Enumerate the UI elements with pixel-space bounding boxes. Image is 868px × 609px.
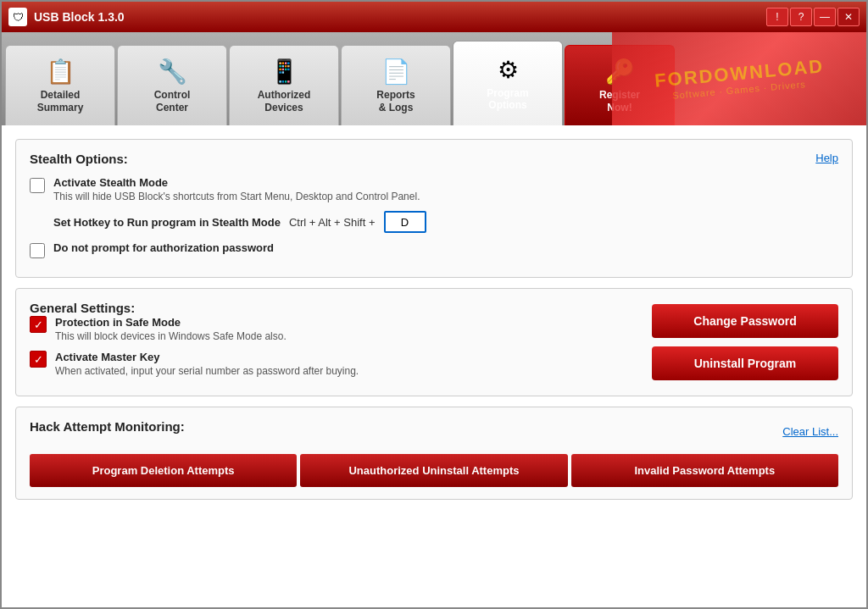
program-deletion-button[interactable]: Program Deletion Attempts bbox=[30, 454, 297, 487]
tab-icon-control-center: 🔧 bbox=[158, 58, 187, 86]
hotkey-input[interactable] bbox=[384, 211, 426, 233]
tab-icon-program-options: ⚙ bbox=[498, 56, 519, 84]
tab-reports-logs[interactable]: 📄 Reports& Logs bbox=[341, 45, 451, 125]
safe-mode-desc: This will block devices in Windows Safe … bbox=[55, 330, 287, 342]
stealth-options-title: Stealth Options: bbox=[30, 152, 128, 166]
close-button[interactable]: ✕ bbox=[837, 8, 860, 26]
no-prompt-checkbox[interactable] bbox=[30, 243, 45, 258]
app-icon: 🛡 bbox=[8, 8, 27, 26]
master-key-row: ✓ Activate Master Key When activated, in… bbox=[30, 351, 635, 377]
activate-stealth-checkbox[interactable] bbox=[30, 178, 45, 193]
activate-stealth-content: Activate Stealth Mode This will hide USB… bbox=[53, 176, 420, 202]
general-right: Change Password Uninstall Program bbox=[652, 301, 838, 384]
main-content: Stealth Options: Help Activate Stealth M… bbox=[2, 125, 866, 607]
tab-label-program-options: ProgramOptions bbox=[487, 87, 528, 112]
general-settings-title: General Settings: bbox=[30, 301, 135, 315]
master-key-desc: When activated, input your serial number… bbox=[55, 365, 359, 377]
title-bar-left: 🛡 USB Block 1.3.0 bbox=[8, 8, 125, 26]
hack-header: Hack Attempt Monitoring: Clear List... bbox=[30, 419, 838, 444]
hack-monitoring-title: Hack Attempt Monitoring: bbox=[30, 419, 185, 434]
no-prompt-content: Do not prompt for authorization password bbox=[53, 241, 274, 254]
app-title: USB Block 1.3.0 bbox=[34, 10, 125, 24]
master-key-label: Activate Master Key bbox=[55, 351, 359, 363]
tab-authorized-devices[interactable]: 📱 AuthorizedDevices bbox=[229, 45, 339, 125]
clear-list-link[interactable]: Clear List... bbox=[782, 425, 838, 438]
master-key-checkbox[interactable]: ✓ bbox=[30, 351, 47, 368]
activate-stealth-desc: This will hide USB Block's shortcuts fro… bbox=[53, 191, 420, 202]
no-prompt-row: Do not prompt for authorization password bbox=[30, 241, 838, 258]
help-link[interactable]: Help bbox=[815, 152, 838, 164]
tab-icon-authorized-devices: 📱 bbox=[270, 58, 299, 86]
activate-stealth-label: Activate Stealth Mode bbox=[53, 176, 420, 189]
alert-button[interactable]: ! bbox=[766, 8, 788, 26]
tab-label-authorized-devices: AuthorizedDevices bbox=[258, 89, 311, 113]
unauthorized-uninstall-button[interactable]: Unauthorized Uninstall Attempts bbox=[300, 454, 567, 487]
safe-mode-row: ✓ Protection in Safe Mode This will bloc… bbox=[30, 316, 635, 342]
safe-mode-checkbox[interactable]: ✓ bbox=[30, 316, 47, 333]
hack-monitoring-panel: Hack Attempt Monitoring: Clear List... P… bbox=[15, 407, 853, 500]
tab-program-options[interactable]: ⚙ ProgramOptions bbox=[453, 41, 563, 125]
window-controls: ! ? — ✕ bbox=[766, 8, 860, 26]
master-key-content: Activate Master Key When activated, inpu… bbox=[55, 351, 359, 377]
hotkey-combo: Ctrl + Alt + Shift + bbox=[289, 216, 376, 229]
tab-detailed-summary[interactable]: 📋 DetailedSummary bbox=[5, 45, 115, 125]
tab-label-control-center: ControlCenter bbox=[154, 89, 191, 113]
uninstall-program-button[interactable]: Uninstall Program bbox=[652, 346, 838, 380]
main-window: 🛡 USB Block 1.3.0 ! ? — ✕ 📋 DetailedSumm… bbox=[0, 0, 868, 609]
hack-buttons: Program Deletion Attempts Unauthorized U… bbox=[30, 454, 838, 487]
stealth-options-panel: Stealth Options: Help Activate Stealth M… bbox=[15, 139, 853, 278]
safe-mode-content: Protection in Safe Mode This will block … bbox=[55, 316, 287, 342]
help-button[interactable]: ? bbox=[790, 8, 812, 26]
tab-label-reports-logs: Reports& Logs bbox=[376, 89, 415, 113]
tab-bar: 📋 DetailedSummary 🔧 ControlCenter 📱 Auth… bbox=[2, 32, 866, 125]
general-left: General Settings: ✓ Protection in Safe M… bbox=[30, 301, 635, 384]
tab-label-detailed-summary: DetailedSummary bbox=[37, 89, 84, 113]
stealth-header: Stealth Options: Help bbox=[30, 152, 838, 176]
title-bar: 🛡 USB Block 1.3.0 ! ? — ✕ bbox=[2, 2, 866, 32]
change-password-button[interactable]: Change Password bbox=[652, 304, 838, 338]
watermark: FORDOWNLOAD Software · Games · Drivers bbox=[612, 32, 866, 125]
no-prompt-label: Do not prompt for authorization password bbox=[53, 241, 274, 254]
tab-icon-detailed-summary: 📋 bbox=[46, 58, 75, 86]
tab-control-center[interactable]: 🔧 ControlCenter bbox=[117, 45, 227, 125]
safe-mode-label: Protection in Safe Mode bbox=[55, 316, 287, 329]
hotkey-row: Set Hotkey to Run program in Stealth Mod… bbox=[53, 211, 838, 233]
general-settings-panel: General Settings: ✓ Protection in Safe M… bbox=[15, 288, 853, 396]
hotkey-label: Set Hotkey to Run program in Stealth Mod… bbox=[53, 216, 281, 229]
tab-icon-reports-logs: 📄 bbox=[381, 58, 411, 86]
minimize-button[interactable]: — bbox=[814, 8, 836, 26]
invalid-password-button[interactable]: Invalid Password Attempts bbox=[571, 454, 838, 487]
activate-stealth-row: Activate Stealth Mode This will hide USB… bbox=[30, 176, 838, 202]
